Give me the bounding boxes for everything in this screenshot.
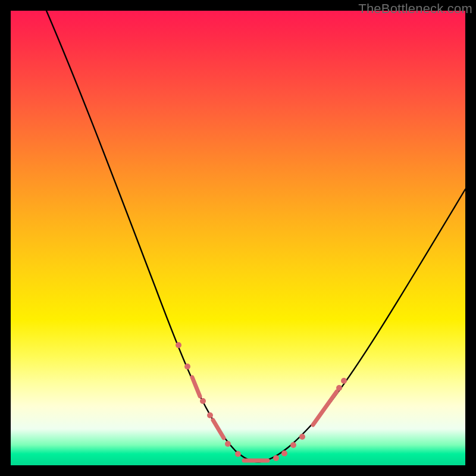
watermark-text: TheBottleneck.com [358,1,472,17]
background-gradient [11,11,465,465]
plot-frame [11,11,465,465]
